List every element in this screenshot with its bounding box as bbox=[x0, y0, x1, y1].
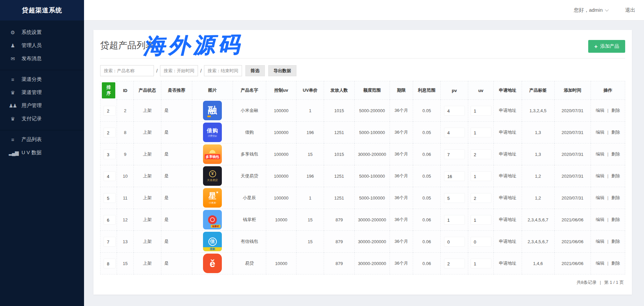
apply-url-link[interactable]: 申请地址 bbox=[499, 151, 516, 157]
sidebar-item-product-list[interactable]: ≡产品列表 bbox=[0, 133, 84, 146]
sort-input[interactable]: 5 bbox=[104, 193, 116, 203]
cell-recommended: 是 bbox=[161, 100, 192, 122]
uv-input[interactable]: 1 bbox=[471, 171, 491, 181]
cell-control-uv: 100000 bbox=[266, 100, 296, 122]
cell-recommended: 是 bbox=[161, 165, 192, 187]
apply-url-link[interactable]: 申请地址 bbox=[499, 130, 516, 135]
edit-link[interactable]: 编辑 bbox=[596, 217, 604, 222]
edit-link[interactable]: 编辑 bbox=[596, 239, 604, 244]
pv-input[interactable]: 4 bbox=[444, 128, 465, 137]
pv-input[interactable]: 16 bbox=[444, 171, 465, 181]
search-product-name-input[interactable] bbox=[100, 65, 154, 76]
pv-input[interactable]: 7 bbox=[444, 149, 465, 159]
cell-control-uv: 10000 bbox=[266, 253, 296, 274]
app-title: 贷超渠道系统 bbox=[0, 0, 84, 20]
uv-input[interactable]: 1 bbox=[471, 215, 491, 225]
add-product-button[interactable]: + 添加产品 bbox=[588, 40, 625, 53]
action-separator: | bbox=[606, 195, 610, 200]
cell-status: 上架 bbox=[133, 253, 161, 274]
apply-url-link[interactable]: 申请地址 bbox=[499, 173, 516, 178]
sidebar-item-admin-users[interactable]: ♟管理人员 bbox=[0, 39, 84, 52]
menu-group: ≡产品列表▂▄▆U V 数据 bbox=[0, 130, 84, 164]
user-dropdown[interactable]: 您好，admin bbox=[574, 7, 608, 13]
sort-input[interactable]: 8 bbox=[104, 259, 116, 268]
table-row: 39上架是多享钱包多享钱包10000015101530000-20000036个… bbox=[100, 143, 625, 165]
sort-input[interactable]: 7 bbox=[104, 237, 116, 247]
uv-input[interactable]: 1 bbox=[471, 106, 491, 116]
sidebar-item-publish-message[interactable]: ✉发布消息 bbox=[0, 52, 84, 65]
sidebar-item-user-manage[interactable]: ♟♟用户管理 bbox=[0, 99, 84, 112]
sidebar-item-channel-category[interactable]: ≡渠道分类 bbox=[0, 73, 84, 86]
cell-added-time: 2020/07/31 bbox=[554, 143, 591, 165]
uv-input[interactable]: 0 bbox=[471, 237, 491, 247]
export-data-button[interactable]: 导出数据 bbox=[268, 65, 296, 76]
delete-link[interactable]: 删除 bbox=[611, 130, 620, 135]
product-logo-xingchen: 星·小星辰· bbox=[203, 188, 222, 208]
pv-input[interactable]: 4 bbox=[444, 106, 465, 116]
apply-url-link[interactable]: 申请地址 bbox=[499, 261, 516, 266]
delete-link[interactable]: 删除 bbox=[611, 108, 620, 113]
edit-link[interactable]: 编辑 bbox=[596, 151, 604, 157]
table-row: 511上架是星·小星辰·小星辰100000112515000-10000036个… bbox=[100, 187, 625, 209]
pv-input[interactable]: 1 bbox=[444, 215, 465, 225]
filter-button[interactable]: 筛选 bbox=[245, 65, 265, 76]
sort-input[interactable]: 4 bbox=[104, 171, 116, 181]
sidebar-item-label: 系统设置 bbox=[22, 29, 42, 36]
topbar: 您好，admin 退出 bbox=[84, 0, 644, 20]
uv-input[interactable]: 1 bbox=[471, 259, 491, 268]
uv-input[interactable]: 2 bbox=[471, 193, 491, 203]
sidebar-item-payment-records[interactable]: ♛支付记录 bbox=[0, 112, 84, 125]
sort-input[interactable]: 3 bbox=[104, 149, 116, 159]
cell-status: 上架 bbox=[133, 165, 161, 187]
apply-url-link[interactable]: 申请地址 bbox=[499, 195, 516, 200]
delete-link[interactable]: 删除 bbox=[611, 239, 620, 244]
search-end-time-input[interactable] bbox=[204, 65, 242, 76]
apply-url-link[interactable]: 申请地址 bbox=[499, 108, 516, 113]
pv-input[interactable]: 5 bbox=[444, 193, 465, 203]
cell-pv: 1 bbox=[441, 209, 468, 231]
delete-link[interactable]: 删除 bbox=[611, 173, 620, 178]
sort-input[interactable]: 2 bbox=[104, 128, 116, 137]
delete-link[interactable]: 删除 bbox=[611, 261, 620, 266]
delete-link[interactable]: 删除 bbox=[611, 195, 620, 200]
column-header-quota-range: 额度范围 bbox=[354, 81, 390, 100]
cell-recommended: 是 bbox=[161, 187, 192, 209]
apply-url-link[interactable]: 申请地址 bbox=[499, 239, 516, 244]
edit-link[interactable]: 编辑 bbox=[596, 173, 604, 178]
edit-link[interactable]: 编辑 bbox=[596, 261, 604, 266]
cell-uv-price: 1 bbox=[296, 187, 324, 209]
cell-quota-range: 5000-100000 bbox=[354, 165, 390, 187]
uv-input[interactable]: 1 bbox=[471, 128, 491, 137]
cell-quota-range: 5000-100000 bbox=[354, 122, 390, 143]
logout-link[interactable]: 退出 bbox=[625, 7, 635, 13]
column-header-image: 图片 bbox=[192, 81, 233, 100]
edit-link[interactable]: 编辑 bbox=[596, 130, 604, 135]
sidebar-item-channel-manage[interactable]: ♛渠道管理 bbox=[0, 86, 84, 99]
pagination-separator: | bbox=[600, 280, 601, 285]
edit-link[interactable]: 编辑 bbox=[596, 195, 604, 200]
greeting-text: 您好，admin bbox=[574, 7, 603, 13]
apply-url-link[interactable]: 申请地址 bbox=[499, 217, 516, 222]
cell-quota-range: 5000-100000 bbox=[354, 187, 390, 209]
delete-link[interactable]: 删除 bbox=[611, 151, 620, 157]
search-start-time-input[interactable] bbox=[160, 65, 198, 76]
sidebar-item-uv-data[interactable]: ▂▄▆U V 数据 bbox=[0, 146, 84, 159]
cell-name: 多享钱包 bbox=[233, 143, 266, 165]
cell-recommended: 是 bbox=[161, 122, 192, 143]
sort-input[interactable]: 6 bbox=[104, 215, 116, 225]
cell-grant-count: 1015 bbox=[324, 100, 354, 122]
sort-input[interactable]: 2 bbox=[104, 106, 116, 116]
edit-link[interactable]: 编辑 bbox=[596, 108, 604, 113]
card-header: 贷超产品列表 海外源码 + 添加产品 bbox=[100, 30, 625, 58]
cell-apply-url: 申请地址 bbox=[493, 122, 522, 143]
product-logo-yidai: ě bbox=[203, 254, 222, 273]
sidebar-item-label: 发布消息 bbox=[22, 55, 42, 62]
cell-apply-url: 申请地址 bbox=[493, 165, 522, 187]
pv-input[interactable]: 0 bbox=[444, 237, 465, 247]
sidebar-item-system-settings[interactable]: ⚙系统设置 bbox=[0, 26, 84, 39]
delete-link[interactable]: 删除 bbox=[611, 217, 620, 222]
pv-input[interactable]: 2 bbox=[444, 259, 465, 268]
cell-apply-url: 申请地址 bbox=[493, 253, 522, 274]
uv-input[interactable]: 2 bbox=[471, 149, 491, 159]
cell-id: 2 bbox=[117, 100, 133, 122]
